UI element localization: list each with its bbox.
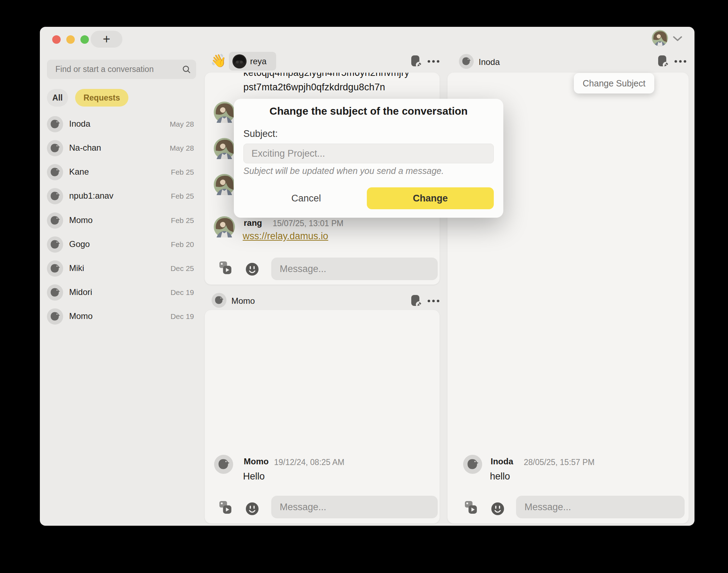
- subject-note: Subject will be updated when you send a …: [243, 166, 444, 176]
- message-composer[interactable]: [271, 258, 438, 280]
- minimize-window-button[interactable]: [66, 35, 75, 44]
- dialog-title: Change the subject of the conversation: [234, 105, 503, 117]
- change-subject-dialog: Change the subject of the conversation S…: [234, 99, 503, 218]
- message-input[interactable]: [271, 496, 438, 518]
- change-subject-icon[interactable]: [410, 295, 423, 308]
- conversation-date: May 28: [170, 120, 194, 128]
- chat-momo-panel: Momo 19/12/24, 08:25 AM Hello: [205, 310, 440, 524]
- search-icon: [182, 65, 190, 75]
- app-window: + All Requests Inoda May 28 Na-chan: [40, 27, 694, 526]
- subject-input[interactable]: [244, 144, 493, 163]
- change-subject-tooltip: Change Subject: [574, 73, 654, 94]
- chat-title[interactable]: Inoda: [479, 57, 500, 67]
- scrollback-npub-line2: pst7mta2t6wpjh0qfzkdrdgu8ch7n: [243, 82, 385, 93]
- screen: + All Requests Inoda May 28 Na-chan: [0, 0, 728, 573]
- message-avatar: [214, 102, 235, 124]
- avatar: [47, 236, 63, 254]
- plus-icon: +: [103, 32, 110, 47]
- message-sender[interactable]: Momo: [244, 457, 269, 466]
- attach-media-icon[interactable]: [219, 501, 232, 515]
- filter-requests-label: Requests: [84, 93, 120, 103]
- conversation-list-item[interactable]: Gogo Feb 20: [47, 233, 196, 257]
- conversation-search[interactable]: [47, 60, 196, 79]
- conversation-name: Kane: [69, 167, 89, 177]
- avatar: [47, 116, 63, 134]
- account-avatar[interactable]: [652, 30, 668, 46]
- reya-avatar: [232, 54, 247, 70]
- avatar: [47, 164, 63, 182]
- conversation-list-item[interactable]: Momo Dec 19: [47, 304, 196, 328]
- conversation-name: Inoda: [69, 119, 90, 129]
- tooltip-label: Change Subject: [583, 78, 645, 89]
- conversation-date: Dec 19: [170, 288, 194, 297]
- conversation-list-item[interactable]: Momo Feb 25: [47, 209, 196, 233]
- message-timestamp: 19/12/24, 08:25 AM: [274, 458, 345, 467]
- attach-media-icon[interactable]: [465, 501, 477, 515]
- message-composer[interactable]: [516, 496, 685, 518]
- conversation-date: Feb 20: [171, 240, 194, 249]
- message-text: hello: [490, 471, 510, 482]
- message-avatar: [214, 216, 235, 239]
- message-sender[interactable]: Inoda: [491, 457, 513, 466]
- avatar: [47, 140, 63, 158]
- conversation-name: Momo: [69, 311, 93, 321]
- message-sender[interactable]: rang: [244, 218, 262, 228]
- scrollback-npub-line1: ket6qjq4mpag2lygh4hr5m6yn2nnvmjry: [243, 72, 409, 78]
- filter-all[interactable]: All: [47, 89, 68, 107]
- change-button[interactable]: Change: [367, 187, 494, 209]
- conversation-list-item[interactable]: Midori Dec 19: [47, 281, 196, 304]
- emoji-picker-icon[interactable]: [491, 502, 504, 517]
- conversation-date: Feb 25: [171, 168, 194, 176]
- message-input[interactable]: [516, 496, 685, 518]
- conversation-name: Gogo: [69, 239, 90, 249]
- avatar: [47, 188, 63, 206]
- chat-title[interactable]: Momo: [231, 296, 255, 306]
- chevron-down-icon[interactable]: [673, 36, 682, 43]
- conversation-date: Feb 25: [171, 192, 194, 200]
- message-avatar: [463, 455, 482, 475]
- avatar: [47, 284, 63, 302]
- momo-avatar: [212, 293, 226, 309]
- message-avatar: [214, 174, 235, 197]
- conversation-list-item[interactable]: Inoda May 28: [47, 112, 196, 136]
- message-timestamp: 15/07/25, 13:01 PM: [273, 219, 344, 228]
- conversation-date: Dec 25: [170, 264, 194, 273]
- avatar: [47, 308, 63, 326]
- conversation-name: Momo: [69, 215, 93, 225]
- message-avatar: [214, 138, 235, 161]
- more-options-icon[interactable]: [427, 60, 439, 63]
- search-input[interactable]: [47, 60, 196, 79]
- more-options-icon[interactable]: [427, 300, 439, 302]
- conversation-name: npub1:anav: [69, 191, 113, 201]
- avatar: [47, 260, 63, 278]
- change-subject-icon[interactable]: [410, 55, 423, 68]
- conversation-name: Na-chan: [69, 143, 101, 153]
- message-timestamp: 28/05/25, 15:57 PM: [524, 458, 595, 467]
- more-options-icon[interactable]: [674, 60, 686, 63]
- conversation-list-item[interactable]: npub1:anav Feb 25: [47, 184, 196, 208]
- new-tab-button[interactable]: +: [91, 31, 122, 48]
- emoji-picker-icon[interactable]: [246, 502, 259, 517]
- conversation-name: Midori: [69, 287, 92, 297]
- conversation-list-item[interactable]: Kane Feb 25: [47, 160, 196, 184]
- message-composer[interactable]: [271, 496, 438, 518]
- conversation-date: Feb 25: [171, 216, 194, 225]
- subject-field[interactable]: [243, 144, 494, 163]
- close-window-button[interactable]: [52, 35, 61, 44]
- attach-media-icon[interactable]: [219, 261, 232, 276]
- conversation-list-item[interactable]: Na-chan May 28: [47, 136, 196, 160]
- message-text: Hello: [243, 471, 265, 482]
- filter-all-label: All: [52, 93, 62, 103]
- message-avatar: [214, 455, 233, 475]
- filter-requests[interactable]: Requests: [75, 89, 128, 107]
- chat-reya-header-pill[interactable]: reya: [229, 52, 276, 71]
- relay-link[interactable]: wss://relay.damus.io: [243, 231, 328, 242]
- cancel-button[interactable]: Cancel: [280, 187, 333, 209]
- inoda-avatar: [459, 54, 474, 70]
- zoom-window-button[interactable]: [80, 35, 89, 44]
- conversation-date: Dec 19: [170, 312, 194, 321]
- message-input[interactable]: [271, 258, 438, 280]
- emoji-picker-icon[interactable]: [246, 263, 259, 277]
- change-subject-icon[interactable]: [657, 55, 669, 68]
- conversation-list-item[interactable]: Miki Dec 25: [47, 257, 196, 281]
